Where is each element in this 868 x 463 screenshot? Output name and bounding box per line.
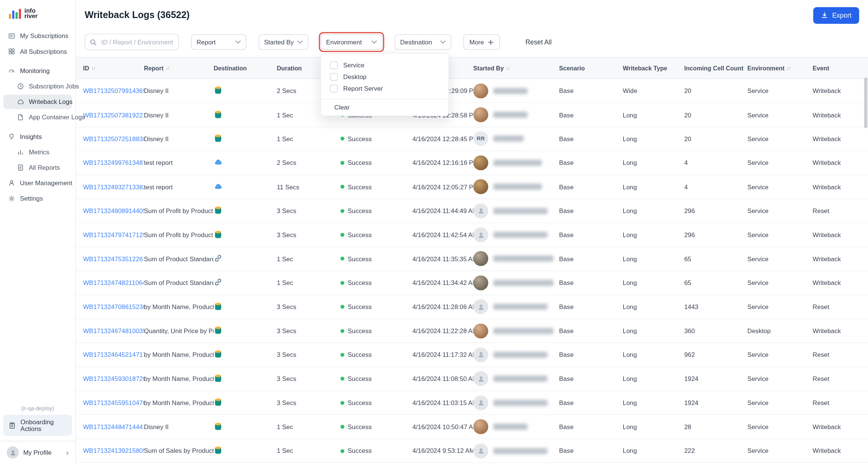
more-filters-button[interactable]: More (463, 34, 500, 50)
sidebar-item-user-management[interactable]: User Management (3, 176, 72, 190)
my-profile-button[interactable]: My Profile › (0, 441, 75, 458)
table-row: WB171325079914369Disney II2 SecsSuccess4… (76, 79, 868, 103)
log-id-link[interactable]: WB171324797417125 (83, 232, 144, 238)
log-id-link[interactable]: WB171324645214717 (83, 352, 144, 358)
file-icon (17, 113, 24, 121)
log-id-link[interactable]: WB171324808914405 (83, 207, 144, 214)
environment: Service (747, 376, 813, 382)
blurred-user-name (493, 256, 553, 262)
export-button[interactable]: Export (813, 7, 859, 23)
sidebar-item-metrics[interactable]: Metrics (3, 145, 72, 159)
avatar (473, 419, 488, 434)
log-id-link[interactable]: WB171324484714441 (83, 423, 144, 430)
log-id-link[interactable]: WB171324708615230 (83, 303, 144, 310)
log-id-link[interactable]: WB171325079914369 (83, 87, 144, 94)
log-id-link[interactable]: WB171325073819221 (83, 111, 144, 118)
status-dot-icon (341, 137, 344, 141)
log-id-link[interactable]: WB171324932713382 (83, 183, 144, 190)
destination-filter-dropdown[interactable]: Destination (395, 34, 451, 50)
checkbox[interactable] (330, 61, 338, 69)
onboarding-actions-button[interactable]: Onboarding Actions (3, 415, 72, 436)
sidebar-item-monitoring[interactable]: Monitoring (3, 64, 72, 78)
started-by (473, 299, 559, 314)
sidebar-item-subscription-jobs[interactable]: Subscription Jobs (3, 79, 72, 93)
column-header-started-by[interactable]: Started By↓↑ (473, 65, 559, 72)
sidebar-item-app-container-logs[interactable]: App Container Logs (3, 110, 72, 124)
log-id-link[interactable]: WB171324997613487 (83, 160, 144, 166)
duration: 3 Secs (277, 327, 341, 334)
event: Writeback (813, 111, 868, 118)
sidebar-item-label: App Container Logs (29, 114, 85, 121)
environment-option-service[interactable]: Service (321, 59, 448, 71)
status-badge: Success (341, 352, 413, 358)
environment-option-desktop[interactable]: Desktop (321, 71, 448, 82)
search-input[interactable] (100, 38, 174, 46)
checkbox[interactable] (330, 73, 338, 81)
started-time: 4/16/2024 11:28:06 AM (413, 303, 474, 310)
log-id-link[interactable]: WB171324753512261 (83, 256, 144, 262)
scrollbar-thumb[interactable] (864, 78, 868, 128)
log-id-link[interactable]: WB171324139215805 (83, 448, 144, 454)
clipboard-icon (8, 422, 16, 429)
status-dot-icon (341, 425, 344, 429)
log-id-link[interactable]: WB171324593018720 (83, 376, 144, 382)
scenario: Base (559, 327, 623, 334)
sort-icon[interactable]: ↓↑ (787, 65, 790, 71)
sidebar-item-label: All Reports (29, 164, 60, 171)
sort-icon[interactable]: ↓↑ (91, 65, 95, 71)
report-name: by Month Name, Product, S (144, 399, 214, 406)
environment-filter-wrap: Environment ServiceDesktopReport Server … (321, 34, 383, 50)
column-header-incoming-cell-count[interactable]: Incoming Cell Count (684, 65, 747, 72)
writeback-type: Long (623, 280, 684, 286)
sidebar-item-writeback-logs[interactable]: Writeback Logs (3, 94, 72, 109)
started-by (473, 203, 559, 218)
sidebar-item-insights[interactable]: Insights (3, 129, 72, 144)
column-header-event[interactable]: Event (813, 65, 868, 72)
reset-all-button[interactable]: Reset All (526, 38, 552, 46)
sidebar-item-all-subscriptions[interactable]: All Subscriptions (3, 44, 72, 59)
column-header-report[interactable]: Report↓↑ (144, 65, 214, 72)
log-id-link[interactable]: WB171324748211064 (83, 280, 144, 286)
environment-filter-dropdown[interactable]: Environment (321, 34, 383, 50)
column-header-scenario[interactable]: Scenario (559, 65, 623, 72)
app-logo: inforiver (0, 0, 75, 23)
page-title: Writeback Logs (36522) (85, 10, 190, 21)
column-header-id[interactable]: ID↓↑ (83, 65, 144, 72)
log-id-link[interactable]: WB171325072518838 (83, 136, 144, 142)
duration: 3 Secs (277, 303, 341, 310)
status-badge: Success (341, 376, 413, 382)
clear-button[interactable]: Clear (321, 102, 448, 113)
sidebar-item-label: Settings (20, 195, 43, 202)
gear-icon (8, 195, 16, 203)
sort-icon[interactable]: ↓↑ (506, 65, 510, 71)
status-badge: Success (341, 303, 413, 310)
environment-option-report-server[interactable]: Report Server (321, 82, 448, 94)
sidebar-item-my-subscriptions[interactable]: My Subscriptions (3, 29, 72, 43)
column-header-destination[interactable]: Destination (214, 65, 277, 72)
avatar (473, 203, 488, 218)
blurred-user-name (493, 160, 542, 166)
sidebar-item-all-reports[interactable]: All Reports (3, 160, 72, 175)
column-header-writeback-type[interactable]: Writeback Type (623, 65, 684, 72)
event: Writeback (813, 256, 868, 262)
avatar (7, 446, 19, 458)
writeback-type: Long (623, 160, 684, 166)
event: Writeback (813, 327, 868, 334)
sidebar-item-label: Insights (20, 133, 42, 140)
column-header-environment[interactable]: Environment↓↑ (747, 65, 813, 72)
vertical-scrollbar[interactable] (864, 78, 868, 462)
avatar (473, 372, 488, 387)
page-header: Writeback Logs (36522) Export (76, 0, 868, 30)
sort-icon[interactable]: ↓↑ (166, 65, 170, 71)
status-dot-icon (341, 329, 344, 333)
checkbox[interactable] (330, 84, 338, 92)
started-by-filter-dropdown[interactable]: Started By (258, 34, 308, 50)
table-row: WB171324932713382test report11 SecsSucce… (76, 175, 868, 199)
writeback-type: Long (623, 352, 684, 358)
log-id-link[interactable]: WB171324674810035 (83, 327, 144, 334)
sidebar-item-settings[interactable]: Settings (3, 191, 72, 206)
blurred-user-name (493, 424, 527, 430)
report-filter-dropdown[interactable]: Report (191, 34, 246, 50)
log-id-link[interactable]: WB171324559510470 (83, 399, 144, 406)
database-icon (214, 374, 223, 383)
